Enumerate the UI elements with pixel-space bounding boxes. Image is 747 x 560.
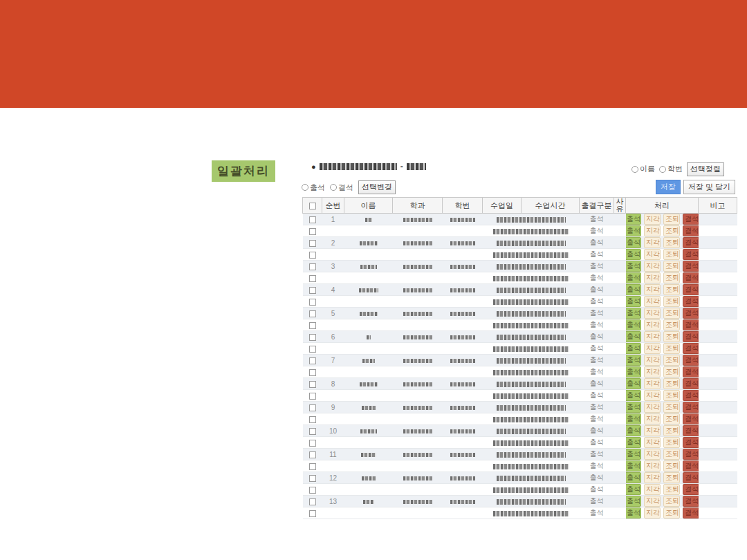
action-button-early-leave[interactable]: 조퇴 [663, 437, 680, 448]
action-button-late[interactable]: 지각 [644, 460, 661, 472]
action-button-late[interactable]: 지각 [644, 507, 661, 519]
action-button-early-leave[interactable]: 조퇴 [663, 261, 680, 272]
action-button-early-leave[interactable]: 조퇴 [663, 484, 680, 495]
action-button-late[interactable]: 지각 [644, 225, 661, 236]
action-button-absent[interactable]: 결석 [683, 249, 699, 260]
action-button-late[interactable]: 지각 [644, 449, 661, 460]
sort-apply-button[interactable]: 선택정렬 [687, 162, 724, 176]
action-button-late[interactable]: 지각 [644, 214, 661, 225]
action-button-absent[interactable]: 결석 [683, 284, 699, 295]
action-button-attend[interactable]: 출석 [626, 425, 642, 436]
row-checkbox[interactable] [309, 228, 316, 235]
row-checkbox[interactable] [309, 357, 316, 364]
action-button-attend[interactable]: 출석 [626, 249, 642, 260]
action-button-early-leave[interactable]: 조퇴 [663, 366, 680, 377]
action-button-absent[interactable]: 결석 [683, 343, 699, 354]
action-button-early-leave[interactable]: 조퇴 [663, 390, 680, 401]
action-button-early-leave[interactable]: 조퇴 [663, 355, 680, 366]
action-button-absent[interactable]: 결석 [683, 237, 699, 248]
action-button-early-leave[interactable]: 조퇴 [663, 214, 680, 225]
action-button-attend[interactable]: 출석 [626, 214, 642, 225]
action-button-early-leave[interactable]: 조퇴 [663, 413, 680, 424]
row-checkbox[interactable] [309, 428, 316, 435]
action-button-attend[interactable]: 출석 [626, 496, 642, 507]
row-checkbox[interactable] [309, 440, 316, 447]
action-button-early-leave[interactable]: 조퇴 [663, 449, 680, 460]
action-button-early-leave[interactable]: 조퇴 [663, 319, 680, 330]
row-checkbox[interactable] [309, 287, 316, 294]
action-button-early-leave[interactable]: 조퇴 [663, 308, 680, 319]
action-button-late[interactable]: 지각 [644, 261, 661, 272]
action-button-late[interactable]: 지각 [644, 284, 661, 295]
radio-icon[interactable] [659, 166, 666, 173]
select-all-checkbox[interactable] [309, 203, 316, 209]
change-selection-button[interactable]: 선택변경 [358, 180, 396, 194]
action-button-early-leave[interactable]: 조퇴 [663, 249, 680, 260]
action-button-early-leave[interactable]: 조퇴 [663, 425, 680, 436]
action-button-attend[interactable]: 출석 [626, 449, 642, 460]
action-button-attend[interactable]: 출석 [626, 272, 642, 283]
action-button-late[interactable]: 지각 [644, 308, 661, 319]
sort-by-name-option[interactable]: 이름 [631, 164, 655, 174]
action-button-attend[interactable]: 출석 [626, 437, 642, 448]
action-button-absent[interactable]: 결석 [683, 425, 699, 436]
action-button-absent[interactable]: 결석 [683, 378, 699, 389]
action-button-absent[interactable]: 결석 [683, 331, 699, 342]
action-button-absent[interactable]: 결석 [683, 390, 699, 401]
action-button-early-leave[interactable]: 조퇴 [663, 472, 680, 483]
action-button-late[interactable]: 지각 [644, 319, 661, 330]
action-button-late[interactable]: 지각 [644, 484, 661, 495]
action-button-early-leave[interactable]: 조퇴 [663, 496, 680, 507]
action-button-attend[interactable]: 출석 [626, 308, 642, 319]
action-button-late[interactable]: 지각 [644, 390, 661, 401]
action-button-late[interactable]: 지각 [644, 472, 661, 483]
row-checkbox[interactable] [309, 216, 316, 223]
action-button-early-leave[interactable]: 조퇴 [663, 284, 680, 295]
radio-icon[interactable] [330, 184, 337, 191]
row-checkbox[interactable] [309, 475, 316, 482]
action-button-late[interactable]: 지각 [644, 437, 661, 448]
action-button-early-leave[interactable]: 조퇴 [663, 378, 680, 389]
action-button-late[interactable]: 지각 [644, 496, 661, 507]
row-checkbox[interactable] [309, 275, 316, 282]
action-button-absent[interactable]: 결석 [683, 472, 699, 483]
row-checkbox[interactable] [309, 498, 316, 505]
action-button-early-leave[interactable]: 조퇴 [663, 460, 680, 472]
action-button-attend[interactable]: 출석 [626, 460, 642, 472]
action-button-absent[interactable]: 결석 [683, 355, 699, 366]
row-checkbox[interactable] [309, 369, 316, 376]
action-button-absent[interactable]: 결석 [683, 225, 699, 236]
action-button-absent[interactable]: 결석 [683, 484, 699, 495]
action-button-attend[interactable]: 출석 [626, 355, 642, 366]
sort-by-id-option[interactable]: 학번 [659, 164, 683, 174]
row-checkbox[interactable] [309, 510, 316, 517]
action-button-attend[interactable]: 출석 [626, 484, 642, 495]
action-button-absent[interactable]: 결석 [683, 214, 699, 225]
row-checkbox[interactable] [309, 346, 316, 353]
action-button-attend[interactable]: 출석 [626, 237, 642, 248]
radio-icon[interactable] [302, 184, 308, 191]
action-button-absent[interactable]: 결석 [683, 261, 699, 272]
action-button-attend[interactable]: 출석 [626, 284, 642, 295]
bulk-absent-option[interactable]: 결석 [330, 183, 353, 193]
save-and-close-button[interactable]: 저장 및 닫기 [683, 180, 735, 194]
action-button-late[interactable]: 지각 [644, 272, 661, 283]
action-button-attend[interactable]: 출석 [626, 296, 642, 307]
action-button-absent[interactable]: 결석 [683, 496, 699, 507]
row-checkbox[interactable] [309, 381, 316, 388]
action-button-absent[interactable]: 결석 [683, 366, 699, 377]
action-button-early-leave[interactable]: 조퇴 [663, 343, 680, 354]
action-button-absent[interactable]: 결석 [683, 449, 699, 460]
action-button-attend[interactable]: 출석 [626, 261, 642, 272]
action-button-attend[interactable]: 출석 [626, 507, 642, 519]
action-button-absent[interactable]: 결석 [683, 507, 699, 519]
action-button-late[interactable]: 지각 [644, 378, 661, 389]
action-button-early-leave[interactable]: 조퇴 [663, 225, 680, 236]
action-button-late[interactable]: 지각 [644, 331, 661, 342]
row-checkbox[interactable] [309, 263, 316, 270]
row-checkbox[interactable] [309, 487, 316, 494]
row-checkbox[interactable] [309, 240, 316, 247]
action-button-early-leave[interactable]: 조퇴 [663, 402, 680, 413]
row-checkbox[interactable] [309, 416, 316, 423]
action-button-late[interactable]: 지각 [644, 296, 661, 307]
